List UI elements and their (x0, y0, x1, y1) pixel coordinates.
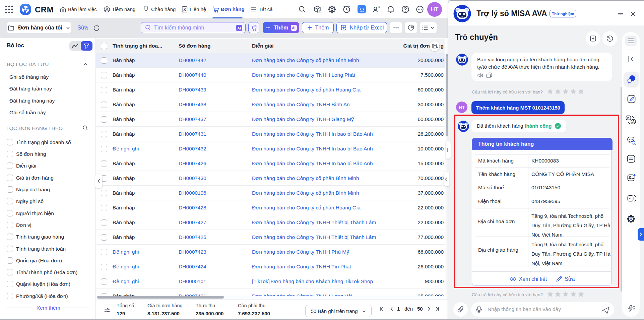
svg-text:z: z (627, 116, 629, 120)
svg-text:A: A (632, 120, 635, 124)
